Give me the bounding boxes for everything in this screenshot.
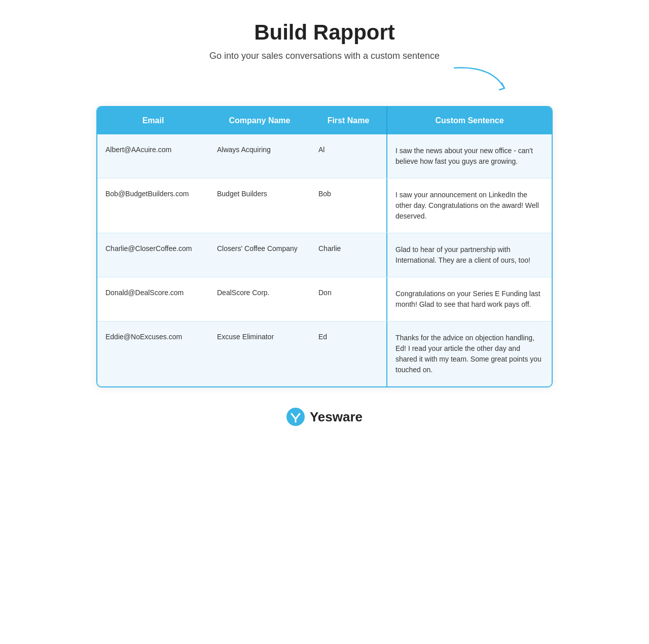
- page-title: Build Rapport: [254, 20, 395, 45]
- cell-custom-sentence: I saw the news about your new office - c…: [386, 134, 552, 178]
- cell-email: Eddie@NoExcuses.com: [97, 321, 209, 386]
- svg-point-0: [286, 408, 305, 426]
- header-custom-sentence: Custom Sentence: [386, 107, 552, 134]
- brand-name: Yesware: [310, 409, 363, 425]
- header-company: Company Name: [209, 107, 310, 134]
- page-subtitle: Go into your sales conversations with a …: [209, 51, 440, 61]
- cell-email: Albert@AAcuire.com: [97, 134, 209, 178]
- cell-custom-sentence: Glad to hear of your partnership with In…: [386, 233, 552, 277]
- cell-company: Closers' Coffee Company: [209, 233, 310, 277]
- table-row: Donald@DealScore.com DealScore Corp. Don…: [97, 277, 552, 321]
- cell-custom-sentence: I saw your announcement on LinkedIn the …: [386, 178, 552, 233]
- cell-email: Bob@BudgetBuilders.com: [97, 178, 209, 233]
- header-email: Email: [97, 107, 209, 134]
- cell-custom-sentence: Congratulations on your Series E Funding…: [386, 277, 552, 321]
- cell-company: DealScore Corp.: [209, 277, 310, 321]
- cell-email: Donald@DealScore.com: [97, 277, 209, 321]
- arrow-decoration: [96, 65, 553, 96]
- table-header: Email Company Name First Name Custom Sen…: [97, 107, 552, 134]
- table-row: Eddie@NoExcuses.com Excuse Eliminator Ed…: [97, 321, 552, 386]
- cell-firstname: Ed: [310, 321, 386, 386]
- cell-email: Charlie@CloserCoffee.com: [97, 233, 209, 277]
- table-body: Albert@AAcuire.com Always Acquiring Al I…: [97, 134, 552, 386]
- cell-custom-sentence: Thanks for the advice on objection handl…: [386, 321, 552, 386]
- cell-company: Always Acquiring: [209, 134, 310, 178]
- table-row: Albert@AAcuire.com Always Acquiring Al I…: [97, 134, 552, 178]
- table-row: Bob@BudgetBuilders.com Budget Builders B…: [97, 178, 552, 233]
- cell-company: Excuse Eliminator: [209, 321, 310, 386]
- yesware-logo-icon: [286, 408, 305, 426]
- cell-firstname: Don: [310, 277, 386, 321]
- arrow-icon: [451, 65, 512, 93]
- cell-company: Budget Builders: [209, 178, 310, 233]
- header-firstname: First Name: [310, 107, 386, 134]
- cell-firstname: Bob: [310, 178, 386, 233]
- main-table: Email Company Name First Name Custom Sen…: [96, 106, 553, 387]
- table-row: Charlie@CloserCoffee.com Closers' Coffee…: [97, 233, 552, 277]
- footer: Yesware: [286, 408, 363, 426]
- cell-firstname: Al: [310, 134, 386, 178]
- cell-firstname: Charlie: [310, 233, 386, 277]
